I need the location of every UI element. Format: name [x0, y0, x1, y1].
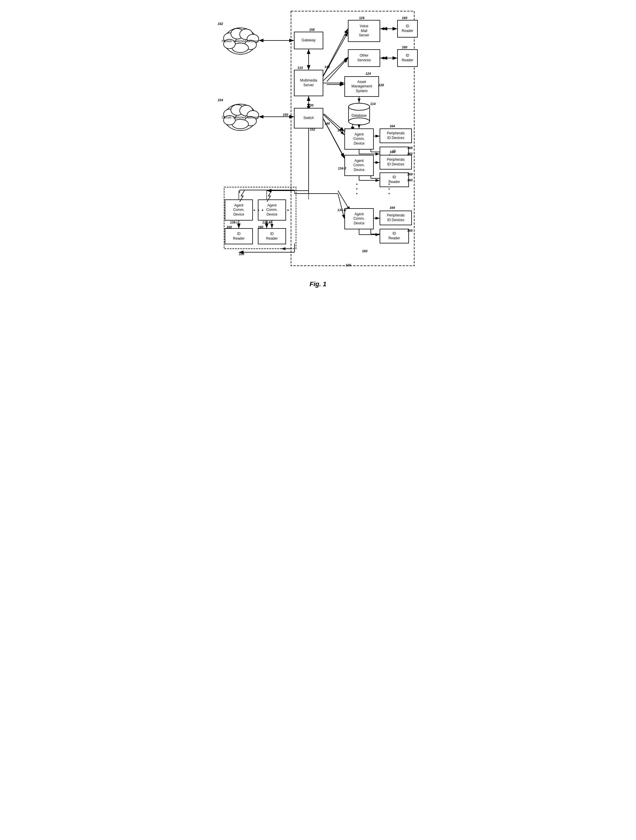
label-138-M: 138-M: [262, 221, 271, 224]
gateway-box: Gateway: [294, 32, 323, 49]
vertical-dots-2: •••: [388, 182, 391, 196]
label-158: 158: [309, 28, 315, 32]
peripherals-id-1-box: PeripheralsID Devices: [380, 128, 412, 143]
vertical-dots-1: •••: [356, 182, 358, 196]
label-162: 162: [218, 22, 223, 25]
svg-point-59: [348, 118, 370, 125]
peripherals-id-3-label: PeripheralsID Devices: [387, 213, 405, 222]
label-160-5: 160: [226, 225, 232, 229]
dot-right: •: [287, 208, 290, 213]
database-cylinder: Database: [347, 103, 371, 126]
id-reader-5-label: IDReader: [233, 232, 244, 241]
agent-comm-1-box: AgentComm.Device: [344, 128, 374, 150]
label-146: 146: [324, 122, 330, 125]
label-150: 150: [283, 113, 288, 117]
label-164-1: 164: [389, 124, 395, 128]
peripherals-id-3-box: PeripheralsID Devices: [380, 211, 412, 225]
label-142: 142: [324, 65, 330, 69]
label-154: 154: [218, 98, 223, 102]
label-160-2: 160: [402, 46, 407, 49]
label-130: 130: [308, 104, 313, 107]
horizontal-dots: • • •: [253, 208, 264, 213]
agent-comm-2-label: AgentComm.Device: [353, 159, 365, 172]
svg-line-86: [338, 194, 344, 219]
label-168-1: 168: [407, 146, 413, 150]
label-114: 114: [370, 102, 375, 106]
label-124: 124: [365, 72, 371, 75]
circuit-network-label: Circuit- Switched Network: [222, 115, 259, 119]
figure-caption: Fig. 1: [215, 280, 421, 288]
peripherals-id-1-label: PeripheralsID Devices: [387, 131, 405, 140]
id-reader-6-box: IDReader: [258, 228, 286, 244]
id-reader-7-label: IDReader: [388, 231, 400, 240]
peripherals-id-2-label: PeripheralsID Devices: [387, 158, 405, 167]
label-168-2: 168: [407, 172, 413, 176]
label-160-1: 160: [402, 16, 407, 20]
agent-comm-N-box: AgentComm.Device: [344, 208, 374, 229]
label-134-N: 134-N: [337, 208, 346, 212]
id-reader-2-box: IDReader: [397, 49, 418, 67]
svg-line-14: [324, 120, 344, 158]
voice-mail-server-box: VoiceMailServer: [348, 20, 380, 42]
other-services-box: OtherServices: [348, 49, 380, 67]
other-services-label: OtherServices: [357, 54, 371, 63]
label-164-2: 164: [389, 150, 395, 154]
database-label: Database: [351, 114, 366, 118]
packet-network-label: Packet- switched Network: [222, 39, 259, 43]
label-128: 128: [378, 83, 384, 87]
label-134-2: 134-2: [338, 167, 346, 170]
svg-line-9: [323, 29, 348, 76]
id-reader-4-box: IDReader: [380, 172, 409, 187]
svg-point-60: [348, 103, 370, 110]
label-160-6: 160: [258, 225, 263, 229]
asset-management-label: AssetManagementSystem: [351, 80, 372, 93]
agent-comm-1-label: AgentComm.Device: [353, 132, 365, 146]
voice-mail-label: VoiceMailServer: [359, 24, 369, 38]
label-126: 126: [359, 16, 364, 20]
agent-comm-N-label: AgentComm.Device: [353, 212, 365, 226]
switch-label: Switch: [303, 116, 313, 120]
label-160-7: 160: [362, 249, 367, 253]
label-168-3: 168: [407, 229, 413, 232]
packet-switched-network: Packet- switched Network: [221, 25, 259, 57]
label-160-4: 160: [407, 178, 413, 182]
label-138-I: 138-I: [230, 221, 237, 224]
label-110: 110: [297, 66, 303, 69]
multimedia-server-label: MultimediaServer: [300, 78, 317, 87]
asset-management-box: AssetManagementSystem: [344, 76, 379, 97]
id-reader-7-box: IDReader: [380, 229, 409, 243]
agent-comm-3-box: AgentComm.Device: [225, 199, 253, 221]
svg-line-64: [323, 32, 348, 76]
switch-box: Switch: [294, 108, 323, 128]
multimedia-server-box: MultimediaServer: [294, 70, 323, 96]
id-reader-6-label: IDReader: [266, 232, 277, 241]
agent-comm-3-label: AgentComm.Device: [233, 203, 245, 217]
id-reader-1-label: IDReader: [402, 24, 413, 33]
id-reader-5-box: IDReader: [225, 228, 253, 244]
id-reader-1-box: IDReader: [397, 20, 418, 38]
label-100: 100: [239, 252, 244, 256]
agent-comm-4-label: AgentComm.Device: [266, 203, 278, 217]
label-106: 106: [346, 264, 351, 267]
circuit-switched-network: Circuit- Switched Network: [221, 101, 259, 133]
agent-comm-2-box: AgentComm.Device: [344, 155, 374, 176]
id-reader-2-label: IDReader: [402, 54, 413, 63]
label-152: 152: [310, 128, 315, 131]
peripherals-id-2-box: PeripheralsID Devices: [380, 155, 412, 169]
label-134-1: 134-1: [337, 128, 346, 132]
label-164-3: 164: [389, 206, 395, 209]
gateway-label: Gateway: [302, 38, 315, 43]
